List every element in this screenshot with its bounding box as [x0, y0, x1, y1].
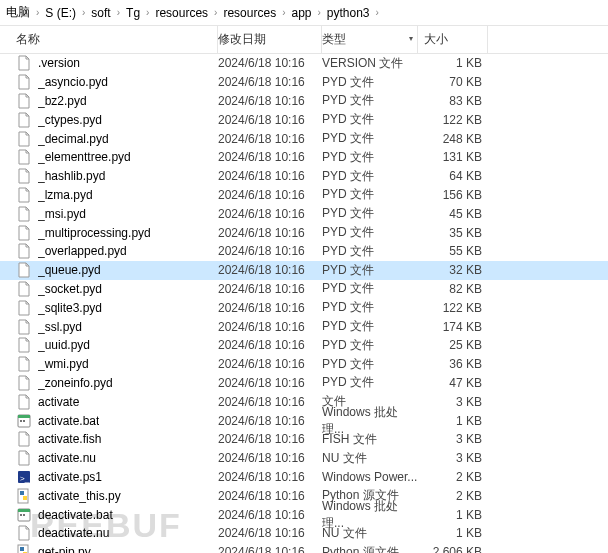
- file-name: .version: [38, 56, 80, 70]
- file-blank-icon: [16, 394, 32, 410]
- file-type: PYD 文件: [322, 111, 418, 128]
- file-date: 2024/6/18 10:16: [218, 188, 322, 202]
- file-name: _wmi.pyd: [38, 357, 89, 371]
- file-type: PYD 文件: [322, 374, 418, 391]
- chevron-right-icon: ›: [80, 7, 87, 18]
- file-py-icon: [16, 544, 32, 553]
- file-row[interactable]: _decimal.pyd2024/6/18 10:16PYD 文件248 KB: [0, 129, 608, 148]
- file-size: 2 KB: [418, 470, 488, 484]
- chevron-right-icon: ›: [212, 7, 219, 18]
- breadcrumb-item[interactable]: resources: [151, 4, 212, 22]
- file-date: 2024/6/18 10:16: [218, 150, 322, 164]
- file-blank-icon: [16, 281, 32, 297]
- file-name: activate.ps1: [38, 470, 102, 484]
- file-blank-icon: [16, 93, 32, 109]
- file-row[interactable]: activate.bat2024/6/18 10:16Windows 批处理..…: [0, 411, 608, 430]
- file-name: _sqlite3.pyd: [38, 301, 102, 315]
- file-size: 122 KB: [418, 301, 488, 315]
- file-blank-icon: [16, 149, 32, 165]
- breadcrumb-item[interactable]: resources: [219, 4, 280, 22]
- file-ps1-icon: >_: [16, 469, 32, 485]
- breadcrumb-item[interactable]: app: [287, 4, 315, 22]
- file-row[interactable]: _queue.pyd2024/6/18 10:16PYD 文件32 KB: [0, 261, 608, 280]
- file-row[interactable]: _multiprocessing.pyd2024/6/18 10:16PYD 文…: [0, 223, 608, 242]
- file-size: 35 KB: [418, 226, 488, 240]
- file-row[interactable]: .version2024/6/18 10:16VERSION 文件1 KB: [0, 54, 608, 73]
- file-size: 1 KB: [418, 414, 488, 428]
- breadcrumb-item[interactable]: S (E:): [41, 4, 80, 22]
- file-size: 55 KB: [418, 244, 488, 258]
- file-row[interactable]: _zoneinfo.pyd2024/6/18 10:16PYD 文件47 KB: [0, 374, 608, 393]
- file-name: get-pip.py: [38, 545, 91, 553]
- file-blank-icon: [16, 450, 32, 466]
- file-row[interactable]: _wmi.pyd2024/6/18 10:16PYD 文件36 KB: [0, 355, 608, 374]
- file-date: 2024/6/18 10:16: [218, 56, 322, 70]
- file-row[interactable]: activate2024/6/18 10:16文件3 KB: [0, 392, 608, 411]
- file-name: _ctypes.pyd: [38, 113, 102, 127]
- file-type: PYD 文件: [322, 299, 418, 316]
- file-type: FISH 文件: [322, 431, 418, 448]
- file-row[interactable]: _sqlite3.pyd2024/6/18 10:16PYD 文件122 KB: [0, 298, 608, 317]
- file-type: PYD 文件: [322, 205, 418, 222]
- file-blank-icon: [16, 206, 32, 222]
- file-row[interactable]: activate_this.py2024/6/18 10:16Python 源文…: [0, 486, 608, 505]
- file-type: PYD 文件: [322, 149, 418, 166]
- breadcrumb-item[interactable]: soft: [87, 4, 114, 22]
- file-row[interactable]: _asyncio.pyd2024/6/18 10:16PYD 文件70 KB: [0, 73, 608, 92]
- breadcrumb-item[interactable]: 电脑: [2, 2, 34, 23]
- file-date: 2024/6/18 10:16: [218, 414, 322, 428]
- file-date: 2024/6/18 10:16: [218, 320, 322, 334]
- column-header-name[interactable]: 名称: [0, 25, 218, 54]
- file-row[interactable]: _elementtree.pyd2024/6/18 10:16PYD 文件131…: [0, 148, 608, 167]
- file-date: 2024/6/18 10:16: [218, 132, 322, 146]
- file-row[interactable]: _msi.pyd2024/6/18 10:16PYD 文件45 KB: [0, 204, 608, 223]
- file-date: 2024/6/18 10:16: [218, 113, 322, 127]
- file-row[interactable]: activate.fish2024/6/18 10:16FISH 文件3 KB: [0, 430, 608, 449]
- svg-point-3: [23, 420, 25, 422]
- file-row[interactable]: _overlapped.pyd2024/6/18 10:16PYD 文件55 K…: [0, 242, 608, 261]
- file-type: Python 源文件: [322, 544, 418, 553]
- file-name: activate: [38, 395, 79, 409]
- column-header-date[interactable]: 修改日期: [218, 25, 322, 54]
- file-blank-icon: [16, 431, 32, 447]
- file-type: PYD 文件: [322, 130, 418, 147]
- file-bat-icon: [16, 507, 32, 523]
- chevron-right-icon: ›: [144, 7, 151, 18]
- file-py-icon: [16, 488, 32, 504]
- file-size: 1 KB: [418, 56, 488, 70]
- file-date: 2024/6/18 10:16: [218, 489, 322, 503]
- file-row[interactable]: _ssl.pyd2024/6/18 10:16PYD 文件174 KB: [0, 317, 608, 336]
- column-header-type[interactable]: 类型 ▾: [322, 25, 418, 54]
- file-row[interactable]: _ctypes.pyd2024/6/18 10:16PYD 文件122 KB: [0, 110, 608, 129]
- file-date: 2024/6/18 10:16: [218, 169, 322, 183]
- file-date: 2024/6/18 10:16: [218, 207, 322, 221]
- breadcrumb-item[interactable]: Tg: [122, 4, 144, 22]
- file-row[interactable]: >_activate.ps12024/6/18 10:16Windows Pow…: [0, 468, 608, 487]
- file-blank-icon: [16, 375, 32, 391]
- file-blank-icon: [16, 337, 32, 353]
- file-row[interactable]: activate.nu2024/6/18 10:16NU 文件3 KB: [0, 449, 608, 468]
- column-header-size[interactable]: 大小: [418, 25, 488, 54]
- file-type: NU 文件: [322, 450, 418, 467]
- file-row[interactable]: _hashlib.pyd2024/6/18 10:16PYD 文件64 KB: [0, 167, 608, 186]
- file-row[interactable]: _lzma.pyd2024/6/18 10:16PYD 文件156 KB: [0, 186, 608, 205]
- file-type: PYD 文件: [322, 92, 418, 109]
- svg-rect-1: [18, 415, 30, 418]
- file-blank-icon: [16, 168, 32, 184]
- file-date: 2024/6/18 10:16: [218, 376, 322, 390]
- file-blank-icon: [16, 525, 32, 541]
- chevron-right-icon: ›: [115, 7, 122, 18]
- file-list: .version2024/6/18 10:16VERSION 文件1 KB_as…: [0, 54, 608, 553]
- file-size: 36 KB: [418, 357, 488, 371]
- file-row[interactable]: _bz2.pyd2024/6/18 10:16PYD 文件83 KB: [0, 92, 608, 111]
- breadcrumb-item[interactable]: python3: [323, 4, 374, 22]
- file-type: PYD 文件: [322, 243, 418, 260]
- file-type: PYD 文件: [322, 356, 418, 373]
- file-name: _elementtree.pyd: [38, 150, 131, 164]
- file-row[interactable]: _uuid.pyd2024/6/18 10:16PYD 文件25 KB: [0, 336, 608, 355]
- file-date: 2024/6/18 10:16: [218, 508, 322, 522]
- file-row[interactable]: deactivate.nu2024/6/18 10:16NU 文件1 KB: [0, 524, 608, 543]
- file-row[interactable]: get-pip.py2024/6/18 10:16Python 源文件2,606…: [0, 543, 608, 553]
- file-row[interactable]: _socket.pyd2024/6/18 10:16PYD 文件82 KB: [0, 280, 608, 299]
- file-row[interactable]: deactivate.bat2024/6/18 10:16Windows 批处理…: [0, 505, 608, 524]
